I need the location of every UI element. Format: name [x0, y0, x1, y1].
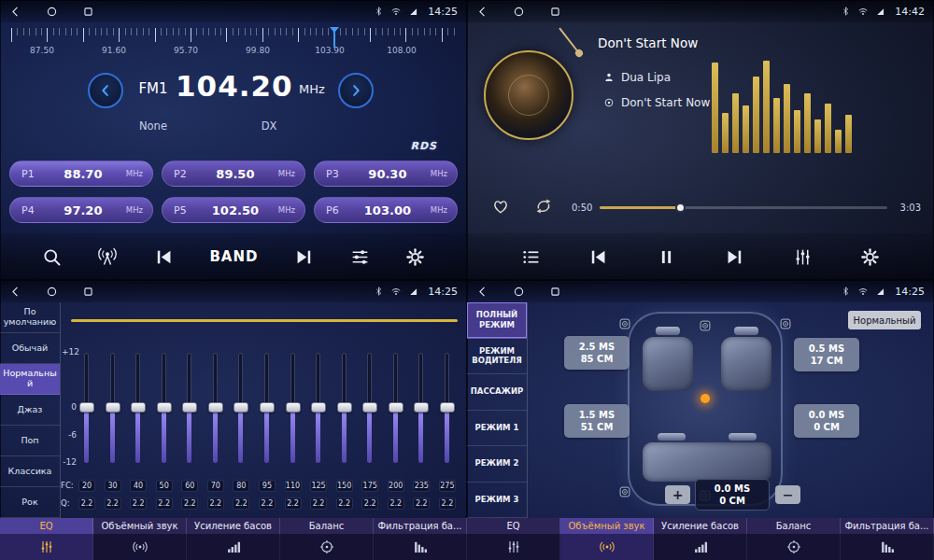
eq-scrollbar[interactable] — [71, 319, 458, 322]
slider-knob[interactable] — [182, 402, 197, 413]
eq-band-slider-8[interactable] — [259, 353, 276, 463]
delay-rear-right[interactable]: 0.0 MS 0 CM — [794, 404, 859, 438]
tab-surround[interactable]: Объёмный звук — [560, 518, 654, 560]
tab-filter[interactable]: Фильтрация ба... — [841, 518, 934, 560]
playlist-button[interactable] — [517, 244, 545, 271]
home-circle-icon[interactable] — [513, 286, 525, 298]
slider-knob[interactable] — [131, 402, 146, 413]
eq-band-slider-6[interactable] — [207, 353, 224, 463]
delay-rear-left[interactable]: 1.5 MS 51 CM — [564, 404, 630, 438]
next-track-button[interactable] — [721, 244, 748, 271]
preset-button-p3[interactable]: P3 90.30 MHz — [314, 161, 458, 187]
eq-band-slider-1[interactable] — [78, 353, 95, 463]
home-circle-icon[interactable] — [513, 6, 525, 18]
slider-knob[interactable] — [414, 402, 429, 413]
eq-preset-custom[interactable]: Обычай — [0, 333, 60, 364]
eq-preset-normal[interactable]: Нормальный — [0, 364, 60, 395]
preset-normal-button[interactable]: Нормальный — [848, 311, 921, 329]
tab-balance[interactable]: Баланс — [747, 518, 841, 560]
settings-button[interactable] — [402, 244, 429, 271]
eq-band-slider-2[interactable] — [105, 353, 121, 463]
eq-band-slider-13[interactable] — [388, 353, 404, 463]
eq-mixer-button[interactable] — [789, 244, 816, 271]
slider-knob[interactable] — [79, 402, 94, 413]
eq-band-slider-7[interactable] — [233, 353, 249, 463]
recents-square-icon[interactable] — [82, 286, 94, 298]
mode-driver[interactable]: РЕЖИМ ВОДИТЕЛЯ — [467, 339, 527, 375]
progress-knob[interactable] — [675, 203, 686, 213]
speaker-front-left-icon[interactable] — [618, 317, 631, 330]
tab-bass-boost[interactable]: Усиление басов — [654, 518, 747, 560]
tab-surround[interactable]: Объёмный звук — [93, 518, 187, 560]
eq-preset-default[interactable]: По умолчанию — [0, 302, 60, 333]
previous-track-button[interactable] — [585, 244, 612, 271]
tune-up-button[interactable] — [338, 73, 374, 108]
station-scan-button[interactable] — [93, 243, 121, 271]
eq-band-slider-12[interactable] — [361, 353, 378, 463]
preset-button-p5[interactable]: P5 102.50 MHz — [162, 197, 305, 223]
home-circle-icon[interactable] — [46, 6, 58, 18]
preset-button-p6[interactable]: P6 103.00 MHz — [314, 197, 458, 223]
slider-knob[interactable] — [337, 402, 352, 413]
mode-2[interactable]: РЕЖИМ 2 — [467, 446, 527, 483]
tab-bass-boost[interactable]: Усиление басов — [187, 518, 280, 560]
slider-knob[interactable] — [389, 402, 403, 413]
delay-increase-button[interactable]: + — [665, 485, 690, 504]
back-icon[interactable] — [476, 286, 488, 298]
eq-band-slider-10[interactable] — [310, 353, 327, 463]
recents-square-icon[interactable] — [549, 286, 561, 298]
eq-band-slider-15[interactable] — [439, 353, 456, 463]
recents-square-icon[interactable] — [82, 6, 94, 18]
speaker-front-right-icon[interactable] — [779, 317, 792, 330]
pause-button[interactable] — [653, 244, 680, 271]
home-circle-icon[interactable] — [46, 286, 58, 298]
eq-band-slider-4[interactable] — [156, 353, 173, 463]
eq-band-slider-5[interactable] — [181, 353, 198, 463]
slider-knob[interactable] — [234, 402, 248, 413]
favorite-button[interactable] — [491, 197, 510, 216]
eq-band-slider-11[interactable] — [336, 353, 353, 463]
tune-down-button[interactable] — [88, 73, 123, 108]
repeat-button[interactable] — [534, 197, 553, 216]
eq-preset-pop[interactable]: Поп — [0, 426, 60, 456]
tab-eq[interactable]: EQ — [0, 518, 93, 560]
preset-button-p1[interactable]: P1 88.70 MHz — [9, 161, 153, 187]
dx-mode-label[interactable]: DX — [241, 119, 297, 133]
eq-band-slider-9[interactable] — [285, 353, 302, 463]
slider-knob[interactable] — [260, 402, 275, 413]
slider-knob[interactable] — [440, 402, 455, 413]
tab-balance[interactable]: Баланс — [280, 518, 374, 560]
back-icon[interactable] — [9, 6, 21, 18]
next-station-button[interactable] — [290, 244, 318, 271]
recents-square-icon[interactable] — [549, 6, 561, 18]
slider-knob[interactable] — [362, 402, 377, 413]
progress-bar[interactable] — [600, 206, 887, 209]
frequency-marker[interactable] — [333, 27, 335, 48]
delay-front-left[interactable]: 2.5 MS 85 CM — [564, 336, 630, 370]
preset-button-p4[interactable]: P4 97.20 MHz — [9, 197, 153, 223]
eq-preset-jazz[interactable]: Джаз — [0, 395, 60, 426]
search-button[interactable] — [38, 244, 65, 271]
settings-button[interactable] — [856, 244, 884, 271]
eq-mixer-button[interactable] — [347, 244, 374, 271]
speaker-rear-left-icon[interactable] — [618, 485, 631, 498]
tab-filter[interactable]: Фильтрация ба... — [374, 518, 467, 560]
tab-eq[interactable]: EQ — [467, 518, 560, 560]
band-button[interactable]: BAND — [205, 245, 262, 269]
eq-band-slider-14[interactable] — [413, 353, 430, 463]
delay-front-right[interactable]: 0.5 MS 17 CM — [794, 338, 859, 371]
slider-knob[interactable] — [208, 402, 223, 413]
listening-position-dot[interactable] — [700, 394, 710, 403]
slider-knob[interactable] — [311, 402, 326, 413]
delay-decrease-button[interactable]: − — [775, 485, 800, 504]
mode-1[interactable]: РЕЖИМ 1 — [467, 411, 527, 447]
eq-band-slider-3[interactable] — [130, 353, 147, 463]
previous-station-button[interactable] — [150, 244, 177, 271]
slider-knob[interactable] — [157, 402, 172, 413]
eq-preset-classic[interactable]: Классика — [0, 456, 60, 487]
eq-preset-rock[interactable]: Рок — [0, 487, 60, 518]
back-icon[interactable] — [476, 6, 488, 18]
preset-button-p2[interactable]: P2 89.50 MHz — [162, 161, 305, 187]
slider-knob[interactable] — [106, 402, 120, 413]
back-icon[interactable] — [9, 286, 21, 298]
